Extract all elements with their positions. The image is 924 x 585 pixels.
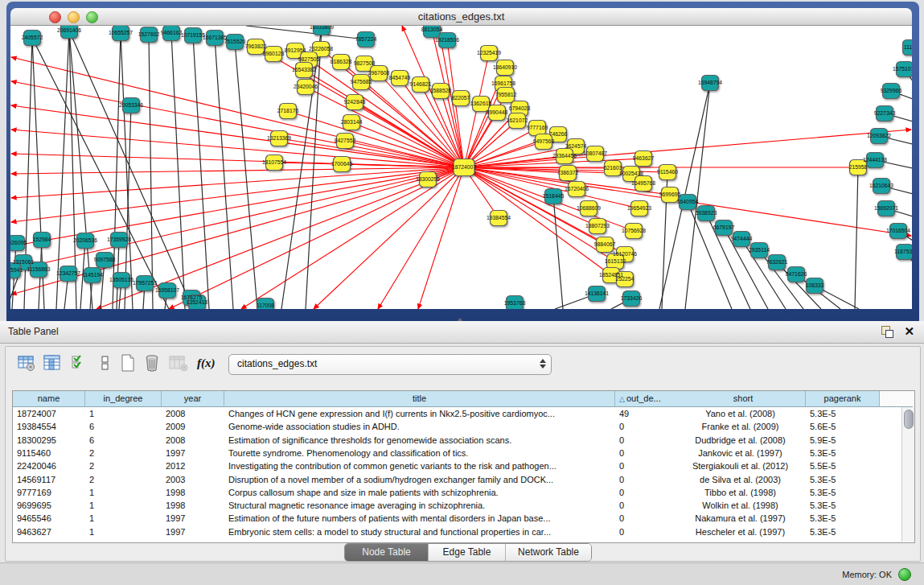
cell-year[interactable]: 1997 xyxy=(162,447,222,459)
float-panel-icon[interactable] xyxy=(881,326,893,338)
cell-year[interactable]: 1998 xyxy=(162,499,222,512)
cell-in_degree[interactable]: 1 xyxy=(85,499,159,512)
table-row[interactable]: 1456911722003Disruption of a novel membe… xyxy=(13,473,901,486)
cell-in_degree[interactable]: 6 xyxy=(85,434,159,447)
network-window-titlebar[interactable]: citations_edges.txt xyxy=(10,8,912,26)
cell-name[interactable]: 19384554 xyxy=(13,420,83,433)
cell-name[interactable]: 18300295 xyxy=(13,434,83,447)
tab-node-table[interactable]: Node Table xyxy=(345,544,429,561)
cell-pagerank[interactable]: 5.3E-5 xyxy=(806,473,877,486)
cell-short[interactable]: de Silva et al. (2003) xyxy=(681,473,799,486)
delete-column-icon[interactable] xyxy=(168,353,189,374)
table-row[interactable]: 1872400712008Changes of HCN gene express… xyxy=(13,407,901,420)
table-selector-dropdown[interactable]: citations_edges.txt xyxy=(228,354,552,375)
cell-year[interactable]: 2009 xyxy=(162,420,222,433)
cell-pagerank[interactable]: 5.3E-5 xyxy=(806,525,877,538)
cell-out_de[interactable]: 49 xyxy=(615,407,679,420)
cell-out_de[interactable]: 0 xyxy=(615,420,679,433)
function-builder-icon[interactable]: f(x) xyxy=(197,356,218,377)
network-canvas[interactable]: 1872400779638228960128891295423226058982… xyxy=(10,26,912,309)
cell-name[interactable]: 18724007 xyxy=(13,407,83,420)
cell-short[interactable]: Yano et al. (2008) xyxy=(681,407,799,420)
cell-name[interactable]: 9115460 xyxy=(13,447,83,459)
cell-title[interactable]: Disruption of a novel member of a sodium… xyxy=(224,473,613,486)
table-row[interactable]: 977716911998Corpus callosum shape and si… xyxy=(13,486,901,499)
cell-short[interactable]: Hescheler et al. (1997) xyxy=(681,525,799,538)
new-table-icon[interactable] xyxy=(118,353,139,374)
table-row[interactable]: 1830029562008Estimation of significance … xyxy=(13,434,901,447)
table-row[interactable]: 911546021997Tourette syndrome. Phenomeno… xyxy=(13,447,901,459)
table-row[interactable]: 1938455462009Genome-wide association stu… xyxy=(13,420,901,433)
citation-network-graph[interactable]: 1872400779638228960128891295423226058982… xyxy=(10,26,912,309)
cell-year[interactable]: 1998 xyxy=(162,486,222,499)
cell-title[interactable]: Embryonic stem cells: a model to study s… xyxy=(224,525,613,538)
cell-title[interactable]: Genome-wide association studies in ADHD. xyxy=(224,420,613,433)
scrollbar-thumb[interactable] xyxy=(904,410,914,429)
cell-title[interactable]: Changes of HCN gene expression and I(f) … xyxy=(224,407,613,420)
cell-name[interactable]: 14569117 xyxy=(13,473,83,486)
cell-in_degree[interactable]: 1 xyxy=(85,512,159,525)
column-header-pagerank[interactable]: pagerank xyxy=(806,391,880,407)
cell-in_degree[interactable]: 1 xyxy=(85,486,159,499)
cell-out_de[interactable]: 0 xyxy=(615,512,679,525)
table-row[interactable]: 2242004622012Investigating the contribut… xyxy=(13,459,901,472)
column-header-year[interactable]: year xyxy=(162,391,224,407)
column-header-name[interactable]: name xyxy=(13,391,85,407)
cell-pagerank[interactable]: 5.5E-5 xyxy=(806,459,877,472)
column-header-out_de[interactable]: △out_de... xyxy=(615,391,685,407)
column-header-short[interactable]: short xyxy=(681,391,806,407)
cell-name[interactable]: 9777169 xyxy=(13,486,83,499)
cell-out_de[interactable]: 0 xyxy=(615,499,679,512)
cell-in_degree[interactable]: 2 xyxy=(85,459,159,472)
cell-pagerank[interactable]: 5.9E-5 xyxy=(806,434,877,447)
cell-title[interactable]: Corpus callosum shape and size in male p… xyxy=(224,486,613,499)
cell-year[interactable]: 1997 xyxy=(162,512,222,525)
tab-edge-table[interactable]: Edge Table xyxy=(429,544,506,561)
table-row[interactable]: 969969511998Structural magnetic resonanc… xyxy=(13,499,901,512)
node-table[interactable]: namein_degreeyeartitle△out_de...shortpag… xyxy=(12,390,915,543)
vertical-scrollbar[interactable] xyxy=(901,407,914,542)
cell-pagerank[interactable]: 5.3E-5 xyxy=(806,486,877,499)
cell-name[interactable]: 9463627 xyxy=(13,525,83,538)
cell-title[interactable]: Investigating the contribution of common… xyxy=(224,459,613,472)
cell-short[interactable]: Franke et al. (2009) xyxy=(681,420,799,433)
cell-year[interactable]: 2012 xyxy=(162,459,222,472)
cell-out_de[interactable]: 0 xyxy=(615,473,679,486)
cell-in_degree[interactable]: 2 xyxy=(85,447,159,459)
column-header-in_degree[interactable]: in_degree xyxy=(85,391,162,407)
cell-year[interactable]: 2008 xyxy=(162,434,222,447)
rows-icon[interactable] xyxy=(96,353,117,374)
cell-short[interactable]: Nakamura et al. (1997) xyxy=(681,512,799,525)
cell-pagerank[interactable]: 5.3E-5 xyxy=(806,512,877,525)
cell-title[interactable]: Estimation of significance thresholds fo… xyxy=(224,434,613,447)
cell-out_de[interactable]: 0 xyxy=(615,525,679,538)
table-row[interactable]: 946554611997Estimation of the future num… xyxy=(13,512,901,525)
column-select-icon[interactable] xyxy=(43,353,64,374)
cell-year[interactable]: 2003 xyxy=(162,473,222,486)
cell-name[interactable]: 22420046 xyxy=(13,459,83,472)
row-select-icon[interactable] xyxy=(70,353,91,374)
delete-table-icon[interactable] xyxy=(142,353,163,374)
cell-year[interactable]: 1997 xyxy=(162,525,222,538)
cell-name[interactable]: 9465546 xyxy=(13,512,83,525)
cell-year[interactable]: 2008 xyxy=(162,407,222,420)
cell-short[interactable]: Stergiakouli et al. (2012) xyxy=(681,459,799,472)
cell-in_degree[interactable]: 2 xyxy=(85,473,159,486)
cell-out_de[interactable]: 0 xyxy=(615,486,679,499)
cell-pagerank[interactable]: 5.6E-5 xyxy=(806,420,877,433)
network-view-frame[interactable]: citations_edges.txt 18724007796382289601… xyxy=(6,2,919,321)
cell-title[interactable]: Structural magnetic resonance image aver… xyxy=(224,499,613,512)
cell-title[interactable]: Estimation of the future numbers of pati… xyxy=(224,512,613,525)
tab-network-table[interactable]: Network Table xyxy=(506,544,592,561)
cell-pagerank[interactable]: 5.3E-5 xyxy=(806,447,877,459)
close-panel-icon[interactable]: ✕ xyxy=(904,324,914,339)
cell-name[interactable]: 9699695 xyxy=(13,499,83,512)
memory-ok-indicator[interactable] xyxy=(898,568,911,581)
table-settings-icon[interactable] xyxy=(17,353,38,374)
cell-out_de[interactable]: 0 xyxy=(615,447,679,459)
table-row[interactable]: 946362711997Embryonic stem cells: a mode… xyxy=(13,525,901,538)
cell-out_de[interactable]: 0 xyxy=(615,434,679,447)
cell-short[interactable]: Jankovic et al. (1997) xyxy=(681,447,799,459)
cell-in_degree[interactable]: 1 xyxy=(85,525,159,538)
cell-short[interactable]: Dudbridge et al. (2008) xyxy=(681,434,799,447)
